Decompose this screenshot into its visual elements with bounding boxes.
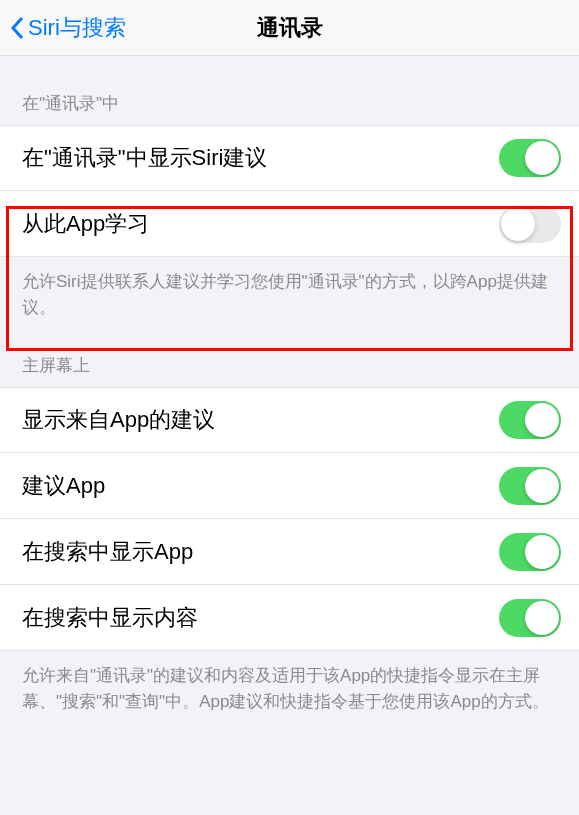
show-siri-suggestions-toggle[interactable] [499,139,561,177]
settings-group-in-app: 在"通讯录"中显示Siri建议 从此App学习 [0,125,579,257]
show-content-in-search-toggle[interactable] [499,599,561,637]
settings-group-home: 显示来自App的建议 建议App 在搜索中显示App 在搜索中显示内容 [0,387,579,651]
cell-label: 在"通讯录"中显示Siri建议 [22,143,267,173]
back-label: Siri与搜索 [28,13,126,43]
show-app-in-search-toggle[interactable] [499,533,561,571]
cell-label: 建议App [22,471,105,501]
back-button[interactable]: Siri与搜索 [0,13,126,43]
section-header-home: 主屏幕上 [0,336,579,387]
page-title: 通讯录 [257,13,323,43]
section-header-in-app: 在"通讯录"中 [0,56,579,125]
nav-bar: Siri与搜索 通讯录 [0,0,579,56]
suggest-app-cell[interactable]: 建议App [0,453,579,519]
chevron-left-icon [10,16,24,40]
learn-from-app-toggle[interactable] [499,205,561,243]
section-footer-in-app: 允许Siri提供联系人建议并学习您使用"通讯录"的方式，以跨App提供建议。 [0,257,579,336]
cell-label: 在搜索中显示App [22,537,193,567]
cell-label: 从此App学习 [22,209,149,239]
show-app-in-search-cell[interactable]: 在搜索中显示App [0,519,579,585]
learn-from-app-cell[interactable]: 从此App学习 [0,191,579,257]
cell-label: 在搜索中显示内容 [22,603,198,633]
cell-label: 显示来自App的建议 [22,405,215,435]
show-app-suggestions-toggle[interactable] [499,401,561,439]
show-content-in-search-cell[interactable]: 在搜索中显示内容 [0,585,579,651]
suggest-app-toggle[interactable] [499,467,561,505]
show-siri-suggestions-cell[interactable]: 在"通讯录"中显示Siri建议 [0,125,579,191]
show-app-suggestions-cell[interactable]: 显示来自App的建议 [0,387,579,453]
section-footer-home: 允许来自"通讯录"的建议和内容及适用于该App的快捷指令显示在主屏幕、"搜索"和… [0,651,579,730]
